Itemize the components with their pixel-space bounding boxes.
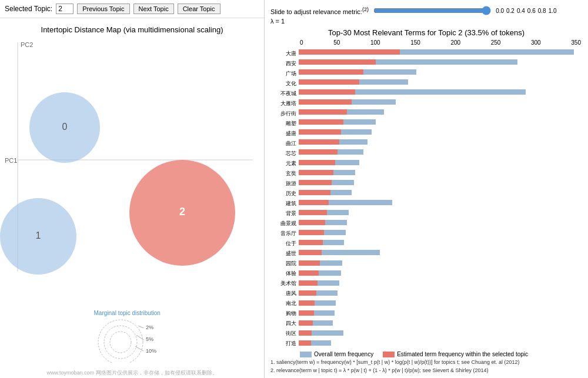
bar-row bbox=[299, 190, 582, 195]
bar-estimated bbox=[299, 210, 327, 215]
marginal-area: Marginal topic distribution 2% 5% 10% bbox=[91, 306, 174, 368]
bar-estimated bbox=[299, 89, 355, 95]
bar-row bbox=[299, 79, 582, 85]
legend-estimated-color bbox=[383, 352, 395, 357]
bar-estimated bbox=[299, 270, 319, 276]
x-tick: 300 bbox=[531, 39, 541, 46]
next-topic-button[interactable]: Next Topic bbox=[133, 4, 174, 14]
bar-estimated bbox=[299, 240, 323, 245]
bar-estimated bbox=[299, 170, 333, 175]
intertopic-map: Intertopic Distance Map (via multidimens… bbox=[0, 18, 264, 378]
term-label: 街区 bbox=[270, 331, 296, 336]
legend-overall-label: Overall term frequency bbox=[314, 351, 373, 357]
svg-text:2: 2 bbox=[179, 206, 185, 218]
footnote-2: 2. relevance(term w | topic t) = λ * p(w… bbox=[270, 367, 582, 375]
bar-row bbox=[299, 260, 582, 266]
bar-row bbox=[299, 180, 582, 185]
map-svg-container: PC2 PC1 0 1 2 bbox=[0, 36, 264, 306]
bar-row bbox=[299, 330, 582, 336]
bar-estimated bbox=[299, 149, 338, 155]
lambda-display: λ = 1 bbox=[270, 18, 582, 25]
bar-estimated bbox=[299, 119, 343, 125]
term-label: 步行街 bbox=[270, 111, 296, 116]
bar-row bbox=[299, 89, 582, 95]
bar-estimated bbox=[299, 300, 315, 306]
svg-point-9 bbox=[110, 332, 131, 353]
bar-estimated bbox=[299, 320, 313, 326]
bar-estimated bbox=[299, 220, 325, 225]
selected-topic-label: Selected Topic: bbox=[5, 5, 52, 13]
svg-text:PC2: PC2 bbox=[21, 41, 33, 48]
bar-row bbox=[299, 270, 582, 276]
bar-estimated bbox=[299, 200, 329, 205]
bar-estimated bbox=[299, 290, 316, 296]
term-label: 大唐 bbox=[270, 51, 296, 56]
bar-row bbox=[299, 49, 582, 55]
term-label: 玄奘 bbox=[270, 171, 296, 176]
bar-estimated bbox=[299, 160, 335, 165]
term-label: 不夜城 bbox=[270, 91, 296, 96]
term-label: 打造 bbox=[270, 341, 296, 346]
legend-overall: Overall term frequency bbox=[300, 351, 373, 357]
term-label: 背景 bbox=[270, 211, 296, 216]
term-label: 园院 bbox=[270, 261, 296, 266]
term-label: 芯芯 bbox=[270, 151, 296, 156]
prev-topic-button[interactable]: Previous Topic bbox=[77, 4, 129, 14]
x-axis: 050100150200250300350 bbox=[299, 39, 582, 46]
relevance-slider[interactable] bbox=[373, 6, 491, 15]
x-tick: 0 bbox=[300, 39, 303, 46]
x-tick: 150 bbox=[410, 39, 420, 46]
term-label: 旅游 bbox=[270, 181, 296, 186]
term-label: 西安 bbox=[270, 61, 296, 66]
svg-line-15 bbox=[135, 346, 143, 351]
term-label: 南北 bbox=[270, 301, 296, 306]
legend-overall-color bbox=[300, 352, 312, 357]
x-tick: 200 bbox=[450, 39, 460, 46]
term-label: 雕塑 bbox=[270, 121, 296, 126]
bar-row bbox=[299, 119, 582, 125]
bar-estimated bbox=[299, 250, 322, 255]
term-label: 广场 bbox=[270, 71, 296, 76]
slider-ticks: 0.0 0.2 0.4 0.6 0.8 1.0 bbox=[496, 8, 556, 14]
bar-row bbox=[299, 149, 582, 155]
bars-side: 050100150200250300350 bbox=[299, 39, 582, 349]
term-label: 购物 bbox=[270, 311, 296, 316]
bar-row bbox=[299, 69, 582, 75]
term-label: 文化 bbox=[270, 81, 296, 86]
term-labels: 大唐西安广场文化不夜城大雁塔步行街雕塑盛唐曲江芯芯元素玄奘旅游历史建筑背景曲景观… bbox=[270, 39, 299, 349]
svg-point-7 bbox=[98, 320, 143, 363]
bar-row bbox=[299, 280, 582, 286]
slider-area: Slide to adjust relevance metric:(2) 0.0… bbox=[270, 4, 582, 18]
bar-row bbox=[299, 320, 582, 326]
term-label: 唐风 bbox=[270, 291, 296, 296]
bar-estimated bbox=[299, 230, 324, 235]
bar-row bbox=[299, 160, 582, 165]
legend: Overall term frequency Estimated term fr… bbox=[300, 351, 582, 357]
term-label: 元素 bbox=[270, 161, 296, 166]
svg-text:0: 0 bbox=[62, 122, 68, 132]
slider-label: Slide to adjust relevance metric:(2) bbox=[270, 6, 369, 15]
bar-estimated bbox=[299, 139, 339, 145]
bar-estimated bbox=[299, 280, 318, 286]
bar-row bbox=[299, 220, 582, 225]
toolbar: Selected Topic: Previous Topic Next Topi… bbox=[0, 0, 264, 18]
map-title: Intertopic Distance Map (via multidimens… bbox=[41, 25, 223, 34]
term-label: 体验 bbox=[270, 271, 296, 276]
bar-estimated bbox=[299, 340, 311, 346]
bar-estimated bbox=[299, 180, 332, 185]
bar-estimated bbox=[299, 190, 330, 195]
bar-row bbox=[299, 310, 582, 316]
term-label: 位于 bbox=[270, 241, 296, 246]
bar-estimated bbox=[299, 109, 347, 115]
clear-topic-button[interactable]: Clear Topic bbox=[178, 4, 220, 14]
term-label: 历史 bbox=[270, 191, 296, 196]
topic-input[interactable] bbox=[56, 4, 74, 14]
left-panel: Selected Topic: Previous Topic Next Topi… bbox=[0, 0, 265, 378]
term-label: 曲景观 bbox=[270, 221, 296, 226]
watermark: www.toymoban.com 网络图片仅供展示，非存储，如有侵权请联系删除。 bbox=[42, 368, 222, 378]
intertopic-svg[interactable]: PC2 PC1 0 1 2 bbox=[0, 36, 259, 289]
bar-row bbox=[299, 170, 582, 175]
bar-chart-area: 大唐西安广场文化不夜城大雁塔步行街雕塑盛唐曲江芯芯元素玄奘旅游历史建筑背景曲景观… bbox=[270, 39, 582, 349]
bars-container-inner bbox=[299, 47, 582, 349]
x-tick: 250 bbox=[491, 39, 501, 46]
